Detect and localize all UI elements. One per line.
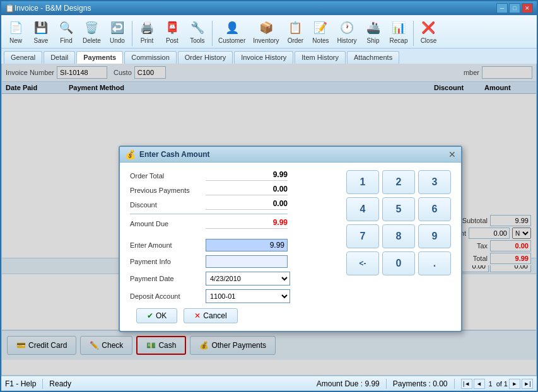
close-icon: ❌ xyxy=(419,19,437,37)
decimal-button[interactable]: . xyxy=(418,251,451,275)
toolbar-save[interactable]: 💾 Save xyxy=(29,17,53,46)
toolbar-delete-label: Delete xyxy=(83,37,101,44)
maximize-button[interactable]: □ xyxy=(509,3,520,13)
num-9-button[interactable]: 9 xyxy=(418,224,451,248)
toolbar-notes-label: Notes xyxy=(312,37,329,44)
payment-date-row: Payment Date 4/23/2010 xyxy=(130,272,336,285)
deposit-account-row: Deposit Account 1100-01 xyxy=(130,289,336,303)
num-8-button[interactable]: 8 xyxy=(382,224,415,248)
status-text: Ready xyxy=(49,379,71,388)
toolbar-close-label: Close xyxy=(421,37,437,44)
window-close-button[interactable]: ✕ xyxy=(522,3,533,13)
amount-due-value: 9.99 xyxy=(206,218,288,229)
num-5-button[interactable]: 5 xyxy=(382,197,415,221)
form-divider xyxy=(130,214,288,214)
inventory-icon: 📦 xyxy=(257,19,275,37)
modal-close-button[interactable]: ✕ xyxy=(448,149,456,159)
status-sep-3 xyxy=(454,379,455,389)
order-total-label: Order Total xyxy=(130,172,206,180)
num-4-button[interactable]: 4 xyxy=(346,197,379,221)
tools-icon: 🔧 xyxy=(189,19,206,37)
enter-amount-input[interactable] xyxy=(206,239,288,251)
status-bar: F1 - Help Ready Amount Due : 9.99 Paymen… xyxy=(1,376,537,391)
toolbar-history-label: History xyxy=(337,37,356,44)
first-page-button[interactable]: |◄ xyxy=(461,379,472,389)
tab-commission[interactable]: Commission xyxy=(124,51,177,64)
num-0-button[interactable]: 0 xyxy=(382,251,415,275)
payment-info-input[interactable] xyxy=(206,255,288,268)
toolbar-separator-3 xyxy=(413,21,414,46)
toolbar-post-label: Post xyxy=(166,37,178,44)
deposit-account-select[interactable]: 1100-01 xyxy=(206,289,290,303)
modal-title-icon: 💰 xyxy=(125,149,136,159)
amount-due-status: Amount Due : 9.99 xyxy=(317,379,380,388)
toolbar-tools[interactable]: 🔧 Tools xyxy=(185,17,209,46)
ok-button[interactable]: ✔ OK xyxy=(136,308,177,323)
modal-title-text: Enter Cash Amount xyxy=(139,150,445,159)
toolbar-history[interactable]: 🕐 History xyxy=(334,17,360,46)
tab-order-history[interactable]: Order History xyxy=(178,51,233,64)
toolbar-undo-label: Undo xyxy=(110,37,125,44)
notes-icon: 📝 xyxy=(312,19,329,37)
history-icon: 🕐 xyxy=(338,19,356,37)
next-page-button[interactable]: ► xyxy=(509,379,520,389)
discount-row: Discount 0.00 xyxy=(130,199,336,210)
customer-icon: 👤 xyxy=(223,19,241,37)
toolbar-recap[interactable]: 📊 Recap xyxy=(387,17,411,46)
order-icon: 📋 xyxy=(286,19,304,37)
tab-invoice-history[interactable]: Invoice History xyxy=(234,51,293,64)
toolbar-ship[interactable]: 🚢 Ship xyxy=(361,17,385,46)
toolbar-undo[interactable]: ↩️ Undo xyxy=(105,17,129,46)
toolbar-notes[interactable]: 📝 Notes xyxy=(308,17,332,46)
find-icon: 🔍 xyxy=(57,19,75,37)
num-7-button[interactable]: 7 xyxy=(346,224,379,248)
payment-date-select[interactable]: 4/23/2010 xyxy=(206,272,290,285)
amount-due-row: Amount Due 9.99 xyxy=(130,218,336,229)
payment-info-label: Payment Info xyxy=(130,258,206,265)
modal-title-bar: 💰 Enter Cash Amount ✕ xyxy=(120,147,461,163)
toolbar-print[interactable]: 🖨️ Print xyxy=(135,17,159,46)
post-icon: 📮 xyxy=(163,19,181,37)
num-3-button[interactable]: 3 xyxy=(418,170,451,194)
num-2-button[interactable]: 2 xyxy=(382,170,415,194)
title-bar-controls: ─ □ ✕ xyxy=(496,3,533,13)
cancel-button[interactable]: ✕ Cancel xyxy=(184,308,237,323)
toolbar-delete[interactable]: 🗑️ Delete xyxy=(79,17,104,46)
toolbar: 📄 New 💾 Save 🔍 Find 🗑️ Delete ↩️ Undo 🖨️… xyxy=(1,15,537,49)
enter-amount-row: Enter Amount xyxy=(130,239,336,251)
tab-detail[interactable]: Detail xyxy=(44,51,75,64)
toolbar-separator-1 xyxy=(132,21,132,46)
tab-item-history[interactable]: Item History xyxy=(295,51,346,64)
undo-icon: ↩️ xyxy=(108,19,126,37)
status-sep-2 xyxy=(386,379,387,389)
tab-general[interactable]: General xyxy=(4,51,42,64)
title-bar: 📋 Invoice - B&M Designs ─ □ ✕ xyxy=(1,1,537,15)
title-bar-text: Invoice - B&M Designs xyxy=(15,4,496,13)
backspace-button[interactable]: <- xyxy=(346,251,379,275)
modal-actions: ✔ OK ✕ Cancel xyxy=(130,308,336,323)
toolbar-post[interactable]: 📮 Post xyxy=(160,17,184,46)
tab-payments[interactable]: Payments xyxy=(76,51,123,64)
toolbar-customer[interactable]: 👤 Customer xyxy=(215,17,249,46)
toolbar-find[interactable]: 🔍 Find xyxy=(54,17,78,46)
toolbar-new[interactable]: 📄 New xyxy=(4,17,28,46)
prev-page-button[interactable]: ◄ xyxy=(474,379,485,389)
payment-date-label: Payment Date xyxy=(130,275,206,282)
toolbar-order[interactable]: 📋 Order xyxy=(283,17,307,46)
toolbar-close[interactable]: ❌ Close xyxy=(416,17,440,46)
toolbar-customer-label: Customer xyxy=(218,37,245,44)
num-1-button[interactable]: 1 xyxy=(346,170,379,194)
amount-due-label: Amount Due xyxy=(130,220,206,228)
toolbar-separator-2 xyxy=(212,21,213,46)
prev-payments-value: 0.00 xyxy=(206,185,288,195)
tab-attachments[interactable]: Attachments xyxy=(347,51,399,64)
order-total-value: 9.99 xyxy=(206,170,288,181)
deposit-account-label: Deposit Account xyxy=(130,292,206,300)
num-6-button[interactable]: 6 xyxy=(418,197,451,221)
recap-icon: 📊 xyxy=(390,19,407,37)
minimize-button[interactable]: ─ xyxy=(496,3,508,13)
toolbar-recap-label: Recap xyxy=(390,37,408,44)
last-page-button[interactable]: ►| xyxy=(522,379,533,389)
toolbar-inventory[interactable]: 📦 Inventory xyxy=(250,17,282,46)
toolbar-tools-label: Tools xyxy=(190,37,204,44)
